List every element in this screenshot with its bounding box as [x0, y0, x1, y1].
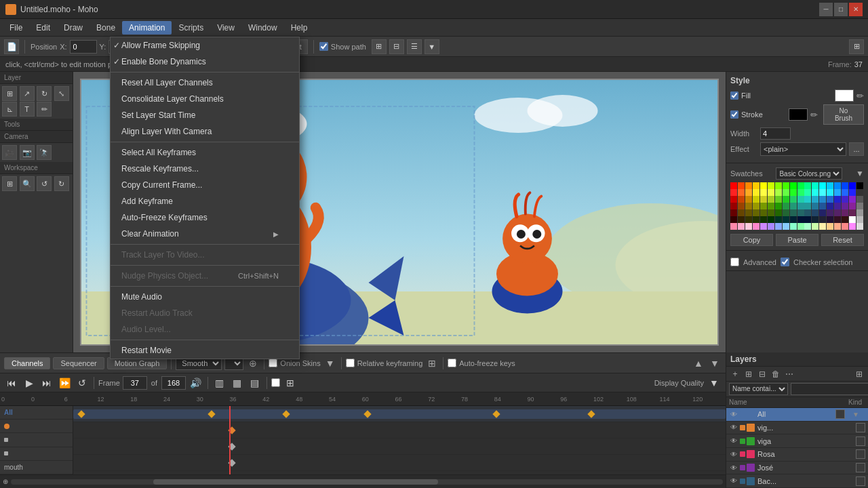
swatch-cell-41[interactable] — [768, 196, 774, 203]
swatch-cell-70[interactable] — [849, 203, 856, 209]
camera-icon-btn[interactable]: ⊞ — [372, 39, 387, 54]
swatch-cell-64[interactable] — [804, 203, 811, 209]
swatch-cell-48[interactable] — [819, 196, 826, 203]
auto-freeze-checkbox[interactable] — [448, 359, 456, 367]
tool-paint[interactable]: ✏ — [37, 102, 52, 117]
swatch-cell-20[interactable] — [745, 189, 752, 196]
dropdown-reset-all-layer-channels[interactable]: Reset All Layer Channels — [111, 75, 299, 91]
tool-ws1[interactable]: ⊞ — [2, 176, 17, 191]
menu-view[interactable]: View — [210, 21, 241, 35]
layer-vis-vig1[interactable]: 👁 — [729, 424, 738, 431]
swatch-cell-25[interactable] — [783, 189, 789, 196]
dropdown-add-keyframe[interactable]: Add Keyframe — [111, 193, 299, 209]
checker-checkbox[interactable] — [781, 258, 789, 266]
swatch-cell-73[interactable] — [738, 209, 745, 216]
swatch-cell-33[interactable] — [842, 189, 848, 196]
swatch-cell-66[interactable] — [819, 203, 826, 209]
swatch-cell-82[interactable] — [804, 209, 811, 216]
close-button[interactable]: ✕ — [849, 3, 863, 16]
layer-vis-viga[interactable]: 👁 — [729, 437, 738, 445]
transport-checkbox[interactable] — [271, 378, 280, 387]
swatch-cell-32[interactable] — [834, 189, 841, 196]
swatch-cell-40[interactable] — [760, 196, 767, 203]
swatch-cell-13[interactable] — [827, 182, 833, 189]
swatch-cell-44[interactable] — [790, 196, 797, 203]
step-forward-button[interactable]: ⏩ — [57, 375, 72, 390]
tab-channels[interactable]: Channels — [4, 357, 50, 369]
timeline-up-btn[interactable]: ▲ — [692, 357, 705, 370]
frame-input[interactable] — [123, 376, 147, 390]
tool-arrow[interactable]: ↗ — [20, 86, 35, 101]
swatch-cell-5[interactable] — [768, 182, 774, 189]
swatch-cell-56[interactable] — [745, 203, 752, 209]
swatch-cell-93[interactable] — [753, 216, 760, 223]
swatch-cell-58[interactable] — [760, 203, 767, 209]
swatch-cell-7[interactable] — [783, 182, 789, 189]
layer-row-vig1[interactable]: 👁 vig... — [726, 422, 868, 435]
loop-button[interactable]: ↺ — [75, 375, 90, 390]
swatch-cell-120[interactable] — [819, 223, 826, 230]
swatch-cell-125[interactable] — [856, 223, 863, 230]
swatch-cell-121[interactable] — [827, 223, 833, 230]
swatch-cell-91[interactable] — [738, 216, 745, 223]
play-button[interactable]: ▶ — [22, 375, 37, 390]
playhead[interactable] — [229, 406, 231, 474]
layer-vis-bac[interactable]: 👁 — [729, 477, 738, 485]
swatch-cell-84[interactable] — [819, 209, 826, 216]
fill-color-swatch[interactable] — [835, 89, 854, 102]
swatches-grid[interactable] — [730, 182, 864, 230]
workspace-btn[interactable]: ⊞ — [849, 39, 864, 54]
view-single-btn[interactable]: ▥ — [212, 375, 227, 390]
swatch-cell-0[interactable] — [730, 182, 737, 189]
dropdown-copy-current-frame[interactable]: Copy Current Frame... — [111, 177, 299, 193]
swatches-file-select[interactable]: Basic Colors.png — [776, 167, 842, 180]
dropdown-consolidate-layer-channels[interactable]: Consolidate Layer Channels — [111, 91, 299, 107]
swatch-cell-62[interactable] — [790, 203, 797, 209]
swatch-cell-11[interactable] — [812, 182, 818, 189]
swatch-cell-55[interactable] — [738, 203, 745, 209]
tool-camera1[interactable]: 🎥 — [2, 145, 17, 160]
swatch-cell-37[interactable] — [738, 196, 745, 203]
expand-btn[interactable]: ▼ — [425, 39, 439, 54]
swatch-cell-3[interactable] — [753, 182, 760, 189]
swatch-cell-67[interactable] — [827, 203, 833, 209]
swatch-cell-27[interactable] — [797, 189, 804, 196]
stroke-checkbox[interactable] — [730, 110, 738, 119]
swatch-cell-87[interactable] — [842, 209, 848, 216]
swatch-cell-114[interactable] — [775, 223, 782, 230]
swatch-cell-43[interactable] — [783, 196, 789, 203]
swatch-cell-31[interactable] — [827, 189, 833, 196]
clip-btn[interactable]: ⊞ — [283, 375, 298, 390]
fill-edit-button[interactable]: ✏ — [856, 91, 864, 101]
swatch-cell-85[interactable] — [827, 209, 833, 216]
tool-transform[interactable]: ⊞ — [2, 86, 17, 101]
swatch-cell-23[interactable] — [768, 189, 774, 196]
scrollbar-thumb[interactable] — [153, 479, 438, 485]
swatch-cell-38[interactable] — [745, 196, 752, 203]
swatch-cell-54[interactable] — [730, 203, 737, 209]
layers-filter-select[interactable]: Name contai... — [729, 383, 788, 395]
swatch-cell-60[interactable] — [775, 203, 782, 209]
swatch-cell-53[interactable] — [856, 196, 863, 203]
swatch-cell-35[interactable] — [856, 189, 863, 196]
swatch-cell-104[interactable] — [834, 216, 841, 223]
swatch-cell-12[interactable] — [819, 182, 826, 189]
layer-vis-jose[interactable]: 👁 — [729, 464, 738, 472]
swatch-cell-106[interactable] — [849, 216, 856, 223]
stroke-edit-button[interactable]: ✏ — [810, 110, 818, 120]
layer-row-rosa[interactable]: 👁 Rosa — [726, 448, 868, 462]
swatch-cell-63[interactable] — [797, 203, 804, 209]
swatch-cell-10[interactable] — [804, 182, 811, 189]
fill-checkbox[interactable] — [730, 92, 738, 100]
layers-copy-btn[interactable]: ⊞ — [743, 368, 755, 380]
swatch-cell-19[interactable] — [738, 189, 745, 196]
swatch-cell-99[interactable] — [797, 216, 804, 223]
track-content[interactable] — [73, 406, 726, 474]
effect-more-button[interactable]: ... — [849, 142, 864, 156]
swatch-cell-108[interactable] — [730, 223, 737, 230]
swatch-cell-109[interactable] — [738, 223, 745, 230]
no-brush-button[interactable]: No Brush — [823, 104, 864, 125]
audio-btn[interactable]: 🔊 — [189, 375, 203, 390]
swatch-cell-81[interactable] — [797, 209, 804, 216]
swatch-cell-39[interactable] — [753, 196, 760, 203]
